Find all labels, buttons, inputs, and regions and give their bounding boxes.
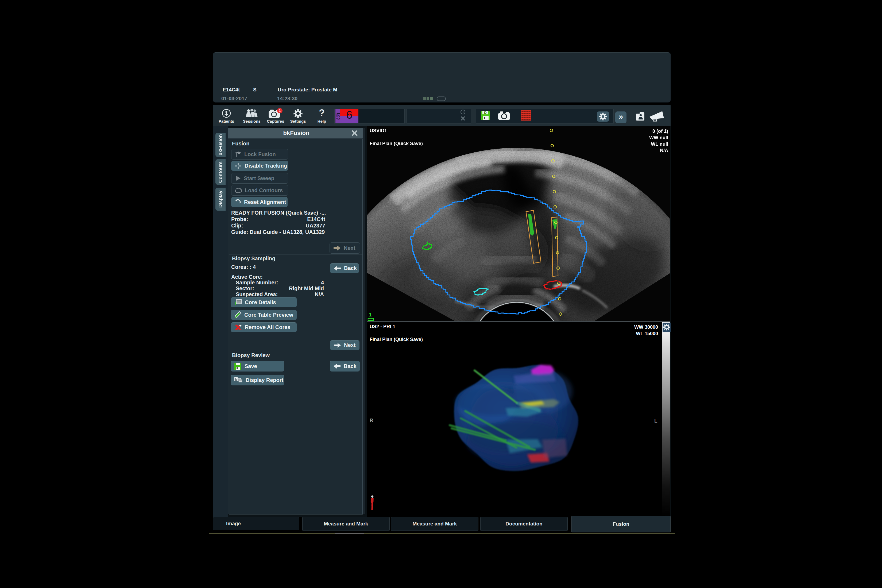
svg-text:D: D (484, 111, 486, 115)
svg-text:?: ? (319, 108, 325, 118)
svg-text:1: 1 (279, 108, 281, 113)
svg-text:1: 1 (369, 312, 372, 318)
